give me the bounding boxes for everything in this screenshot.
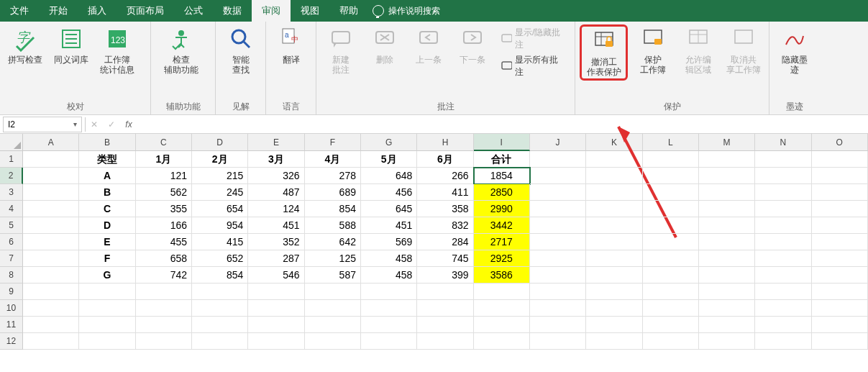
cell-L9[interactable] [643,283,699,300]
cell-E5[interactable]: 451 [248,217,304,234]
cell-N9[interactable] [755,283,811,300]
cell-E6[interactable]: 352 [248,234,304,250]
cell-L7[interactable] [643,250,699,267]
cell-N10[interactable] [755,300,811,317]
cell-M1[interactable] [699,151,755,168]
cell-G1[interactable]: 5月 [361,151,417,168]
cell-L8[interactable] [643,267,699,283]
tab-formula[interactable]: 公式 [174,0,213,22]
cell-E12[interactable] [248,333,304,350]
cell-G11[interactable] [361,317,417,333]
row-header-4[interactable]: 4 [0,201,23,217]
cell-D2[interactable]: 215 [192,168,248,184]
cell-H12[interactable] [417,333,473,350]
unprotect-sheet-button[interactable]: 撤消工 作表保护 [580,24,628,81]
cell-D3[interactable]: 245 [192,184,248,201]
cell-C8[interactable]: 742 [136,267,192,283]
cell-A8[interactable] [23,267,79,283]
cell-D7[interactable]: 652 [192,250,248,267]
fx-button[interactable]: fx [120,119,137,130]
cell-C10[interactable] [136,300,192,317]
cell-C7[interactable]: 658 [136,250,192,267]
cell-N3[interactable] [755,184,811,201]
cell-F10[interactable] [305,300,361,317]
cell-G6[interactable]: 569 [361,234,417,250]
cell-O11[interactable] [812,317,868,333]
cell-H4[interactable]: 358 [417,201,473,217]
cell-I1[interactable]: 合计 [474,151,530,168]
cell-L11[interactable] [643,317,699,333]
col-header-C[interactable]: C [136,134,192,151]
cell-K1[interactable] [586,151,642,168]
unshare-workbook-button[interactable]: 取消共 享工作簿 [723,24,764,81]
cell-G3[interactable]: 456 [361,184,417,201]
cell-O7[interactable] [812,250,868,267]
cell-O10[interactable] [812,300,868,317]
cell-A4[interactable] [23,201,79,217]
tab-data[interactable]: 数据 [213,0,252,22]
cell-A6[interactable] [23,234,79,250]
cell-K11[interactable] [586,317,642,333]
cell-A2[interactable] [23,168,79,184]
cell-L10[interactable] [643,300,699,317]
cell-B11[interactable] [79,317,135,333]
cell-J8[interactable] [530,267,586,283]
cell-H11[interactable] [417,317,473,333]
cell-A5[interactable] [23,217,79,234]
col-header-M[interactable]: M [699,134,755,151]
cell-N12[interactable] [755,333,811,350]
cell-B9[interactable] [79,283,135,300]
row-header-12[interactable]: 12 [0,333,23,350]
cell-F6[interactable]: 642 [305,234,361,250]
cell-C9[interactable] [136,283,192,300]
enter-formula-button[interactable]: ✓ [103,119,120,130]
cell-L2[interactable] [643,168,699,184]
cell-A10[interactable] [23,300,79,317]
cell-L12[interactable] [643,333,699,350]
cell-H8[interactable]: 399 [417,267,473,283]
select-all-corner[interactable] [0,134,23,151]
col-header-L[interactable]: L [643,134,699,151]
cell-A11[interactable] [23,317,79,333]
delete-comment-button[interactable]: 删除 [365,24,404,66]
cell-O2[interactable] [812,168,868,184]
cell-G7[interactable]: 458 [361,250,417,267]
cell-F9[interactable] [305,283,361,300]
prev-comment-button[interactable]: 上一条 [408,24,448,66]
cell-C12[interactable] [136,333,192,350]
cell-D12[interactable] [192,333,248,350]
cell-E10[interactable] [248,300,304,317]
cell-M11[interactable] [699,317,755,333]
cell-G10[interactable] [361,300,417,317]
col-header-G[interactable]: G [361,134,417,151]
cell-G4[interactable]: 645 [361,201,417,217]
cell-K9[interactable] [586,283,642,300]
cell-J4[interactable] [530,201,586,217]
thesaurus-button[interactable]: 同义词库 [50,24,92,76]
col-header-O[interactable]: O [812,134,868,151]
cell-D10[interactable] [192,300,248,317]
cell-N5[interactable] [755,217,811,234]
cell-H7[interactable]: 745 [417,250,473,267]
cell-H2[interactable]: 266 [417,168,473,184]
row-header-6[interactable]: 6 [0,234,23,250]
formula-input[interactable] [137,117,868,132]
cell-B3[interactable]: B [79,184,135,201]
cell-D9[interactable] [192,283,248,300]
cell-J6[interactable] [530,234,586,250]
cell-K7[interactable] [586,250,642,267]
cell-L5[interactable] [643,217,699,234]
cell-C3[interactable]: 562 [136,184,192,201]
tab-insert[interactable]: 插入 [78,0,117,22]
cell-I3[interactable]: 2850 [474,184,530,201]
spell-check-button[interactable]: 字 拼写检查 [4,24,46,76]
cell-G9[interactable] [361,283,417,300]
cell-F1[interactable]: 4月 [305,151,361,168]
cell-B5[interactable]: D [79,217,135,234]
cell-M2[interactable] [699,168,755,184]
tab-help[interactable]: 帮助 [329,0,368,22]
cell-M6[interactable] [699,234,755,250]
cell-M7[interactable] [699,250,755,267]
workbook-stats-button[interactable]: 123 工作簿 统计信息 [96,24,138,76]
allow-edit-ranges-button[interactable]: 允许编 辑区域 [677,24,718,81]
